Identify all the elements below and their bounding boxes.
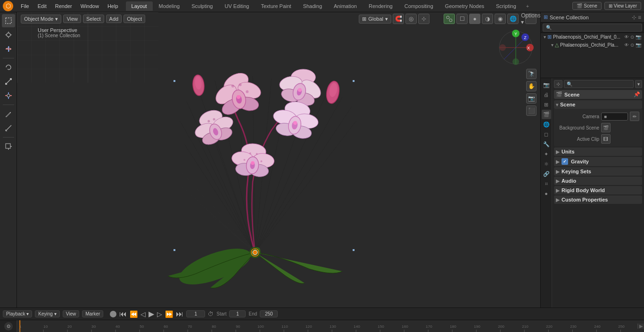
props-data-tab[interactable]: ⌗ [542, 179, 551, 188]
props-material-tab[interactable]: ● [542, 189, 551, 198]
props-options-btn[interactable]: ▾ [635, 80, 642, 88]
prev-frame-btn[interactable]: ◁ [140, 310, 146, 318]
tab-uv-editing[interactable]: UV Editing [219, 1, 255, 11]
camera-value[interactable]: ■ [601, 113, 628, 121]
viewport-hand-btn[interactable]: ✋ [526, 81, 537, 91]
props-modifier-tab[interactable]: 🔧 [542, 139, 551, 149]
props-object-tab[interactable]: ◻ [542, 130, 551, 139]
menu-file[interactable]: File [17, 2, 33, 10]
playback-dropdown[interactable]: Playback ▾ [3, 310, 32, 317]
marker-dropdown[interactable]: Marker [82, 310, 103, 317]
snap-btn[interactable]: ⊹ [418, 14, 429, 24]
scene-pin-icon[interactable]: 📌 [634, 91, 640, 97]
audio-header[interactable]: ▶ Audio [554, 177, 642, 185]
custom-props-header[interactable]: ▶ Custom Properties [554, 195, 642, 204]
scene-selector[interactable]: 🎬 Scene [572, 2, 601, 10]
active-clip-icon-btn[interactable]: 🎞 [601, 134, 611, 144]
tab-animation[interactable]: Animation [328, 1, 363, 11]
magnet-btn[interactable]: 🧲 [393, 14, 404, 24]
menu-help[interactable]: Help [104, 2, 122, 10]
shading-solid-btn[interactable]: ● [469, 14, 480, 24]
navigation-gizmo[interactable]: X Y Z [497, 29, 535, 66]
select-box-tool[interactable] [2, 14, 15, 27]
shading-render-btn[interactable]: ◉ [495, 14, 506, 24]
scale-tool-btn[interactable] [2, 75, 15, 88]
rotate-tool-btn[interactable] [2, 61, 15, 74]
timeline-ruler[interactable]: ⊙ 1 10 20 30 40 50 60 [0, 320, 644, 332]
timeline-scroll-right[interactable]: ▶ [637, 324, 644, 329]
viewport-render-btn[interactable]: ⬛ [526, 105, 537, 116]
shading-rendered-btn[interactable]: 🌐 [507, 14, 519, 24]
props-filter-btn[interactable]: ⊹ [554, 80, 562, 88]
props-view-layer-tab[interactable]: ⊞ [542, 100, 551, 109]
render-icon[interactable]: 📷 [636, 34, 641, 40]
select-icon[interactable]: ⊙ [630, 34, 634, 40]
props-output-tab[interactable]: 🖨 [542, 90, 551, 99]
annotate-tool-btn[interactable] [2, 107, 15, 121]
viewport-camera-btn[interactable]: 📷 [526, 93, 537, 104]
start-frame-input[interactable] [229, 310, 246, 317]
visibility-icon[interactable]: 👁 [624, 34, 629, 40]
jump-start-btn[interactable]: ⏮ [119, 310, 127, 318]
props-constraints-tab[interactable]: 🔗 [542, 169, 551, 178]
keying-sets-header[interactable]: ▶ Keying Sets [554, 167, 642, 176]
outliner-item-collection[interactable]: ▾ ⊞ Phalaenopsis_Orchid_Plant_0... 👁 ⊙ 📷 [541, 33, 644, 41]
next-frame-btn[interactable]: ▷ [157, 310, 162, 318]
jump-end-btn[interactable]: ⏭ [176, 310, 183, 318]
mesh-visibility-icon[interactable]: 👁 [624, 42, 629, 48]
xray-btn[interactable]: ☐ [456, 14, 468, 24]
proportional-btn[interactable]: ◎ [405, 14, 417, 24]
props-search-input[interactable] [564, 80, 634, 88]
tab-shading[interactable]: Shading [297, 1, 328, 11]
gravity-section-header[interactable]: ▶ ✓ Gravity [554, 157, 642, 166]
gravity-checkbox[interactable]: ✓ [561, 158, 568, 165]
add-mesh-btn[interactable] [2, 140, 15, 153]
object-mode-dropdown[interactable]: Object Mode ▾ [21, 15, 61, 24]
play-btn[interactable]: ▶ [149, 309, 154, 318]
viewport-zoom-btn[interactable]: 🔭 [526, 69, 537, 79]
object-menu[interactable]: Object [124, 15, 145, 23]
view-dropdown[interactable]: View [63, 310, 80, 317]
timeline-ruler-track[interactable]: 1 10 20 30 40 50 60 70 80 90 1 [17, 320, 637, 332]
keying-dropdown[interactable]: Keying ▾ [35, 310, 59, 317]
shading-material-btn[interactable]: ◑ [482, 14, 493, 24]
viewport-overlays-btn[interactable] [444, 14, 455, 24]
viewport-3d[interactable]: Object Mode ▾ View Select Add Object ⊞ G… [17, 12, 540, 308]
scene-subsection-header[interactable]: ▾ Scene [554, 100, 642, 109]
next-keyframe-btn[interactable]: ⏩ [165, 310, 173, 318]
props-world-tab[interactable]: 🌐 [542, 120, 551, 129]
outliner-options-icon[interactable]: ≡ [638, 14, 641, 21]
options-btn[interactable]: Options ▾ [525, 14, 537, 24]
timeline-side-btn[interactable]: ⊙ [4, 322, 13, 331]
global-dropdown[interactable]: ⊞ Global ▾ [359, 15, 391, 24]
tab-layout[interactable]: Layout [126, 1, 153, 11]
tab-texture-paint[interactable]: Texture Paint [255, 1, 297, 11]
outliner-search-input[interactable] [543, 24, 642, 32]
tab-compositing[interactable]: Compositing [399, 1, 439, 11]
add-workspace-button[interactable]: + [522, 1, 533, 11]
props-particles-tab[interactable]: ✦ [542, 149, 551, 159]
outliner-item-mesh[interactable]: ▾ △ Phalaenopsis_Orchid_Pla... 👁 ⊙ 📷 [541, 41, 644, 49]
select-menu[interactable]: Select [83, 15, 104, 23]
background-scene-icon-btn[interactable]: 🎬 [601, 123, 611, 132]
menu-edit[interactable]: Edit [34, 2, 50, 10]
view-menu[interactable]: View [63, 15, 81, 23]
tab-sculpting[interactable]: Sculpting [186, 1, 218, 11]
cursor-tool-btn[interactable] [2, 28, 15, 41]
menu-render[interactable]: Render [51, 2, 76, 10]
tab-modeling[interactable]: Modeling [153, 1, 186, 11]
view-layer-selector[interactable]: ⊞ View Layer [604, 2, 641, 10]
add-menu[interactable]: Add [106, 15, 122, 23]
measure-tool-btn[interactable] [2, 121, 15, 135]
props-scene-tab[interactable]: 🎬 [542, 110, 551, 119]
transform-tool-btn[interactable] [2, 89, 15, 102]
record-button[interactable] [110, 311, 116, 317]
camera-edit-btn[interactable]: ✏ [630, 112, 639, 121]
mesh-render-icon[interactable]: 📷 [636, 42, 641, 48]
tab-geometry-nodes[interactable]: Geometry Nodes [439, 1, 490, 11]
prev-keyframe-btn[interactable]: ⏪ [130, 310, 138, 318]
menu-window[interactable]: Window [77, 2, 103, 10]
move-tool-btn[interactable] [2, 42, 15, 56]
mesh-select-icon[interactable]: ⊙ [630, 42, 634, 48]
end-frame-input[interactable] [260, 310, 278, 317]
